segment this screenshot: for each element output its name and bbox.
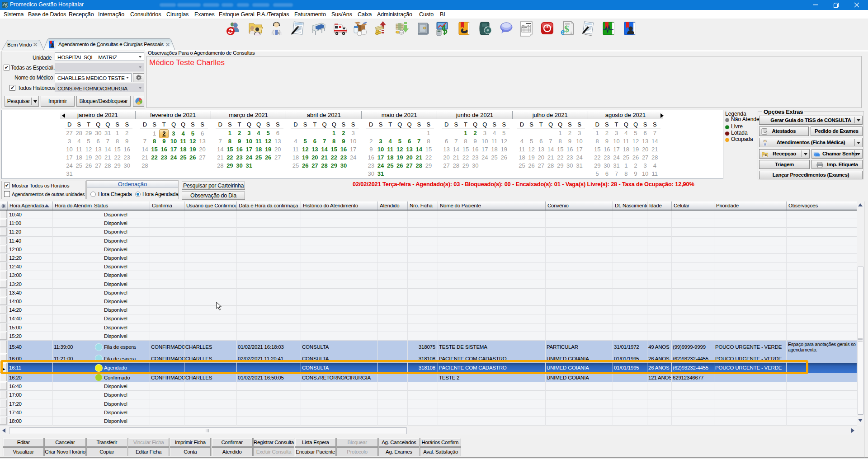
svg-text:e: e: [561, 27, 565, 37]
svg-text:$: $: [564, 23, 569, 34]
